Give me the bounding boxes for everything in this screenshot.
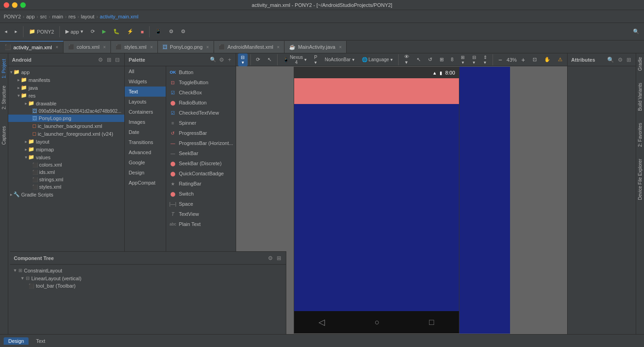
tab-close-mainactivity[interactable]: × xyxy=(339,45,342,50)
number-button[interactable]: 8 xyxy=(448,53,457,66)
tree-expand-button[interactable]: ⊞ xyxy=(106,56,112,64)
palette-cat-appcompat[interactable]: AppCompat xyxy=(125,178,166,188)
breadcrumb-file[interactable]: activity_main.xml xyxy=(100,14,139,19)
attr-settings-button[interactable]: ⚙ xyxy=(617,56,624,64)
profile-button[interactable]: ⚡ xyxy=(124,25,136,38)
palette-cat-design[interactable]: Design xyxy=(125,168,166,178)
palette-cat-widgets[interactable]: Widgets xyxy=(125,76,166,87)
palette-cat-containers[interactable]: Containers xyxy=(125,107,166,117)
comp-item-linearlayout[interactable]: ▾ ⊟ LinearLayout (vertical) xyxy=(14,274,282,282)
sidebar-tab-captures[interactable]: Captures xyxy=(0,122,8,149)
tab-close-manifest[interactable]: × xyxy=(277,45,280,50)
tab-close-activity-main[interactable]: × xyxy=(56,45,58,50)
palette-add-button[interactable]: + xyxy=(227,56,232,64)
sidebar-tab-favorites[interactable]: 2: Favorites xyxy=(636,119,644,150)
locale-button[interactable]: 🌐 Language ▾ xyxy=(359,53,396,66)
tree-item-ponylogo[interactable]: 🖼 PonyLogo.png xyxy=(8,115,124,122)
tree-item-ic-fg[interactable]: ◻ ic_launcher_foreground.xml (v24) xyxy=(8,130,124,138)
palette-item-plaintext[interactable]: abc Plain Text xyxy=(166,219,236,229)
refresh-button[interactable]: ↺ xyxy=(425,53,435,66)
breadcrumb-pony2[interactable]: PONY2 xyxy=(4,14,21,19)
tab-close-ponylogo[interactable]: × xyxy=(206,45,209,50)
breadcrumb-src[interactable]: src xyxy=(40,14,47,19)
tree-item-styles[interactable]: ⬛ styles.xml xyxy=(8,183,124,191)
palette-item-checkedtextview[interactable]: ☑ CheckedTextView xyxy=(166,108,236,118)
sidebar-tab-device-explorer[interactable]: Device File Explorer xyxy=(636,155,644,203)
constraint-button[interactable]: ⊞ xyxy=(437,53,447,66)
tree-item-gradle[interactable]: ▸ 🔧 Gradle Scripts xyxy=(8,191,124,198)
tree-item-ids[interactable]: ⬛ ids.xml xyxy=(8,168,124,176)
tree-item-app[interactable]: ▾ 📁 app xyxy=(8,68,124,76)
tab-colors[interactable]: ⬛ colors.xml × xyxy=(64,41,111,53)
maximize-button[interactable] xyxy=(20,2,26,8)
settings-button[interactable]: ⚙ xyxy=(178,25,188,38)
grid-button[interactable]: ⊞ ▾ xyxy=(458,53,467,66)
stop-button[interactable]: ■ xyxy=(138,25,147,38)
warning-button[interactable]: ⚠ xyxy=(555,53,565,66)
back-nav-button[interactable]: ◂ xyxy=(2,25,10,38)
tree-item-manifests[interactable]: ▸ 📁 manifests xyxy=(8,76,124,84)
bottom-tab-text[interactable]: Text xyxy=(31,337,50,345)
pan-button[interactable]: ✋ xyxy=(541,53,553,66)
palette-cat-transitions[interactable]: Transitions xyxy=(125,137,166,147)
tab-mainactivity[interactable]: ☕ MainActivity.java × xyxy=(284,41,347,53)
zoom-in-button[interactable]: + xyxy=(519,53,528,66)
project-select-button[interactable]: 📁 PONY2 xyxy=(26,25,57,38)
sidebar-tab-structure[interactable]: 2: Structure xyxy=(0,82,8,113)
breadcrumb-main[interactable]: main xyxy=(52,14,63,19)
comp-tree-settings-button[interactable]: ⚙ xyxy=(267,254,274,262)
tab-ponylogo[interactable]: 🖼 PonyLogo.png × xyxy=(158,41,214,53)
palette-item-checkbox[interactable]: ☑ CheckBox xyxy=(166,87,236,98)
zoom-out-button[interactable]: − xyxy=(495,53,505,66)
tree-item-drawable[interactable]: ▸ 📁 drawable xyxy=(8,99,124,107)
sdk-button[interactable]: ⚙ xyxy=(166,25,176,38)
palette-settings-button[interactable]: ⚙ xyxy=(218,56,225,64)
sidebar-tab-gradle[interactable]: Gradle xyxy=(636,53,644,75)
palette-cat-date[interactable]: Date xyxy=(125,127,166,137)
tree-item-values[interactable]: ▾ 📁 values xyxy=(8,153,124,161)
rotate-button[interactable]: ⟳ xyxy=(253,53,263,66)
palette-item-quickcontactbadge[interactable]: ⬤ QuickContactBadge xyxy=(166,168,236,179)
fit-button[interactable]: ⊡ xyxy=(530,53,540,66)
search-everywhere-button[interactable]: 🔍 xyxy=(630,25,642,38)
tab-close-styles[interactable]: × xyxy=(150,45,153,50)
sidebar-tab-project[interactable]: 1: Project xyxy=(0,55,8,82)
sync-button[interactable]: ⟳ xyxy=(88,25,98,38)
palette-item-spinner[interactable]: ≡ Spinner xyxy=(166,118,236,128)
tree-item-res[interactable]: ▾ 📁 res xyxy=(8,92,124,99)
palette-item-seekbar[interactable]: — SeekBar xyxy=(166,148,236,158)
palette-cat-images[interactable]: Images xyxy=(125,117,166,127)
palette-cat-advanced[interactable]: Advanced xyxy=(125,147,166,157)
align-button[interactable]: ⊟ ▾ xyxy=(469,53,478,66)
tab-androidmanifest[interactable]: ⬛ AndroidManifest.xml × xyxy=(214,41,285,53)
eye-button[interactable]: 👁 ▾ xyxy=(401,53,412,66)
forward-nav-button[interactable]: ▸ xyxy=(12,25,20,38)
margin-button[interactable]: ⇕ ▾ xyxy=(481,53,490,66)
comp-item-constraint[interactable]: ▾ ⊞ ConstraintLayout xyxy=(14,266,282,274)
close-button[interactable] xyxy=(4,2,9,8)
nav-recents-button[interactable]: □ xyxy=(429,318,434,327)
tree-item-java[interactable]: ▸ 📁 java xyxy=(8,84,124,92)
tab-close-colors[interactable]: × xyxy=(103,45,106,50)
tree-item-ic-bg[interactable]: ◻ ic_launcher_background.xml xyxy=(8,122,124,130)
tree-item-image1[interactable]: 🖼 090a584a612c428541d2ac4d748b902... xyxy=(8,107,124,115)
palette-item-switch[interactable]: ⬤ Switch xyxy=(166,189,236,199)
theme-button[interactable]: NoActionBar ▾ xyxy=(322,53,357,66)
cursor-button[interactable]: ↖ xyxy=(265,53,274,66)
cursor2-button[interactable]: ↖ xyxy=(414,53,424,66)
tab-activity-main[interactable]: ⬛ activity_main.xml × xyxy=(0,41,64,53)
tree-item-strings[interactable]: ⬛ strings.xml xyxy=(8,176,124,183)
attr-expand-button[interactable]: ⊞ xyxy=(626,56,632,64)
minimize-button[interactable] xyxy=(12,2,17,8)
nav-back-button[interactable]: ◁ xyxy=(319,317,325,327)
palette-cat-google[interactable]: Google xyxy=(125,157,166,168)
palette-cat-text[interactable]: Text xyxy=(125,87,166,97)
run-button[interactable]: ▶ xyxy=(99,25,109,38)
palette-item-progressbar-horiz[interactable]: — ProgressBar (Horizont... xyxy=(166,138,236,148)
device-dropdown[interactable]: 📱 Nexus 4 ▾ xyxy=(280,53,309,66)
debug-button[interactable]: 🐛 xyxy=(110,25,122,38)
palette-item-space[interactable]: |—| Space xyxy=(166,199,236,209)
nav-home-button[interactable]: ○ xyxy=(375,318,380,327)
breadcrumb-res[interactable]: res xyxy=(69,14,75,19)
tree-item-mipmap[interactable]: ▸ 📁 mipmap xyxy=(8,145,124,153)
